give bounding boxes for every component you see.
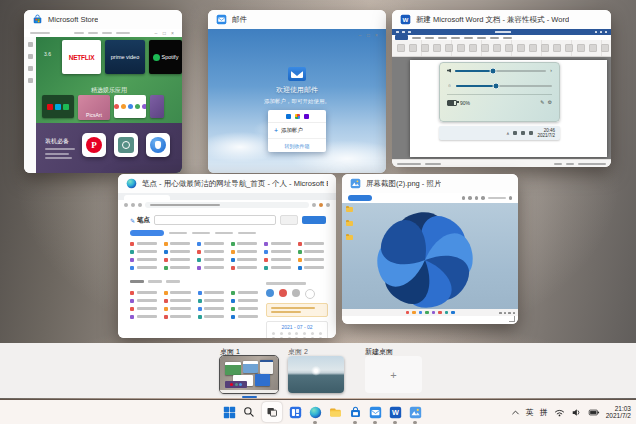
sidebar-social-icons (266, 289, 328, 299)
ribbon-button (409, 44, 417, 52)
battery-percent: 90% (460, 100, 470, 106)
link-item (198, 290, 225, 295)
windows-logo-icon (223, 406, 236, 419)
store-nav-movies-icon (28, 78, 33, 83)
office-card (114, 95, 146, 118)
store-window-content: – □ × 3.6 NETFLIX prime video Spotify 精选… (24, 29, 182, 173)
camera-app-tile (114, 133, 138, 157)
taskbar-tray: 英 拼 21:03 2021/7/2 (511, 400, 631, 424)
window-microsoft-store[interactable]: Microsoft Store – □ × 3.6 NETFLIX prime … (24, 10, 182, 173)
store-essentials-heading: 装机必备 (45, 137, 69, 146)
ribbon-button (589, 44, 597, 52)
desktops-strip: 桌面 1 桌面 2 新建桌面 + (0, 343, 636, 398)
back-icon (124, 203, 128, 207)
sun-icon: ☼ (447, 83, 452, 88)
screenshot-taskbar-icon (451, 311, 455, 315)
prime-video-tile: prime video (105, 40, 145, 74)
desktop-1-thumbnail[interactable] (220, 356, 278, 393)
window-word[interactable]: W 新建 Microsoft Word 文档 - 兼容性模式 - Word (392, 10, 611, 167)
link-item (197, 257, 224, 262)
search-button[interactable] (242, 402, 256, 422)
taskbar-edge-button[interactable] (308, 402, 322, 422)
battery-icon (447, 100, 457, 106)
windows-bloom-wallpaper (370, 205, 480, 315)
new-desktop-button[interactable]: + (365, 356, 422, 393)
word-document-area: › ☼ 90% ✎ (392, 57, 611, 160)
photos-primary-button (348, 195, 372, 201)
link-item (130, 290, 157, 295)
edge-window-title: 笔点 - 用心做最简洁的网址导航_首页 - 个人 - Microsoft Edg… (142, 179, 328, 189)
ribbon-button (529, 44, 537, 52)
volume-icon[interactable] (571, 407, 582, 418)
window-photos[interactable]: 屏幕截图(2).png - 照片 (342, 174, 518, 324)
spotify-logo (153, 54, 160, 61)
goto-inbox-link[interactable]: 转到收件箱 (268, 139, 326, 152)
mail-icon (216, 14, 227, 25)
svg-text:W: W (403, 16, 409, 23)
start-button[interactable] (222, 402, 236, 422)
file-explorer-button[interactable] (328, 402, 342, 422)
link-item (198, 298, 225, 303)
site-category-tabs (130, 230, 256, 236)
taskbar-clock[interactable]: 21:03 2021/7/2 (606, 405, 631, 420)
embedded-screenshot: › ☼ 90% ✎ (439, 62, 560, 140)
ribbon-button (505, 44, 513, 52)
calendar-day (319, 337, 322, 338)
site-search-input (154, 215, 276, 226)
edge-tab-strip (118, 193, 336, 200)
folder-icon (346, 235, 353, 240)
ribbon-button (565, 44, 573, 52)
yahoo-provider-icon (304, 114, 309, 119)
taskbar-mail-button[interactable] (368, 402, 382, 422)
desktop-2-thumbnail[interactable] (288, 356, 344, 393)
battery-icon[interactable] (588, 407, 600, 418)
spotify-tile: Spotify (149, 40, 182, 74)
taskbar-store-button[interactable] (348, 402, 362, 422)
chevron-right-icon: › (550, 68, 552, 73)
site-name: 笔点 (137, 216, 150, 225)
menu-icon (326, 203, 330, 207)
store-rating: 3.6 (44, 51, 51, 57)
link-item (164, 306, 191, 311)
wifi-icon[interactable] (554, 407, 565, 418)
calendar-day (295, 332, 298, 335)
link-item (164, 249, 191, 254)
ime-language-indicator[interactable]: 英 (526, 407, 534, 418)
screenshot-taskbar-icon (419, 311, 423, 315)
pen-logo-icon: ✎ (130, 217, 135, 224)
ribbon-button (517, 44, 525, 52)
site-sidebar: 2021 - 07 - 02 (266, 282, 328, 334)
pinterest-icon: P (86, 137, 102, 153)
widgets-button[interactable] (288, 402, 302, 422)
link-item (130, 241, 157, 246)
taskbar-word-button[interactable]: W (388, 402, 402, 422)
more-icon (509, 196, 513, 200)
link-item (130, 314, 157, 319)
ime-mode-indicator[interactable]: 拼 (540, 407, 548, 418)
mail-provider-icons (268, 110, 326, 123)
clock-date: 2021/7/2 (606, 412, 631, 420)
window-edge[interactable]: 笔点 - 用心做最简洁的网址导航_首页 - 个人 - Microsoft Edg… (118, 174, 336, 338)
window-mail[interactable]: 邮件 – □ × 欢迎使用邮件 添加帐户，即可开始使用。 + 添加帐户 (208, 10, 386, 173)
screenshot-taskbar-icon (406, 311, 410, 315)
google-provider-icon (295, 114, 300, 119)
profile-avatar (319, 203, 323, 207)
task-view-button[interactable] (262, 402, 282, 422)
quick-settings-panel-image: › ☼ 90% ✎ (439, 62, 560, 122)
store-app-window-controls: – □ × (155, 30, 177, 36)
site-link-grid (130, 241, 324, 270)
word-window-content: › ☼ 90% ✎ (392, 29, 611, 167)
word-icon: W (400, 14, 411, 25)
chevron-up-icon[interactable] (511, 408, 520, 417)
link-item (198, 306, 225, 311)
gear-icon: ⚙ (548, 100, 552, 105)
taskbar-photos-button[interactable] (408, 402, 422, 422)
calendar-day (311, 337, 314, 338)
calendar-day (303, 337, 306, 338)
link-item (298, 249, 325, 254)
add-account-button[interactable]: + 添加帐户 (268, 123, 326, 139)
screenshot-taskbar-icon (432, 311, 436, 315)
photos-window-content (342, 193, 518, 324)
link-item (231, 298, 258, 303)
link-item (164, 257, 191, 262)
